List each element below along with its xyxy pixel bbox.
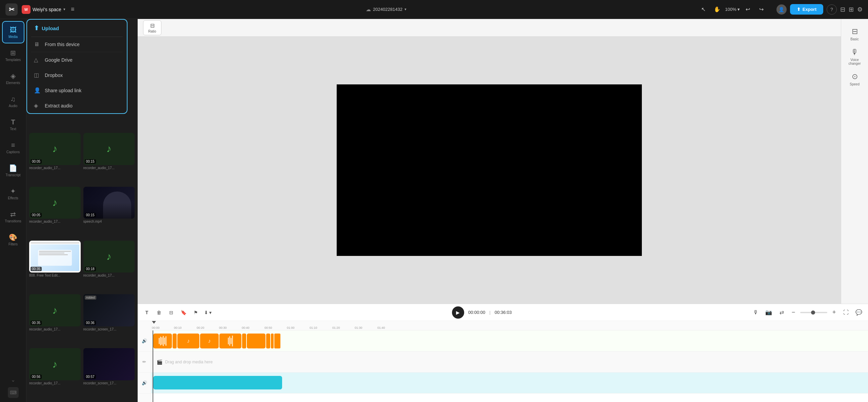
transitions-icon: ⇄ — [10, 210, 16, 218]
zoom-plus-button[interactable]: + — [830, 308, 838, 317]
upload-option-from-device[interactable]: 🖥 From this device — [27, 37, 127, 52]
chat-button[interactable]: 💬 — [854, 307, 864, 318]
cam-record-button[interactable]: 📷 — [764, 307, 774, 318]
timeline-download-button[interactable]: ⬇ ▾ — [203, 307, 213, 318]
pointer-tool[interactable]: ↖ — [698, 4, 709, 15]
upload-option-google-drive[interactable]: △ Google Drive — [27, 52, 127, 67]
audio-clip[interactable] — [274, 334, 280, 348]
upload-option-extract-audio[interactable]: ◈ Extract audio — [27, 98, 127, 113]
ratio-button[interactable]: ⊟ Ratio — [143, 20, 161, 35]
project-name: 202402281432 — [373, 7, 402, 12]
sidebar-item-filters[interactable]: 🎨 Filters — [2, 228, 24, 251]
export-label: Export — [803, 7, 816, 12]
transcript-label: Transcript — [5, 173, 20, 177]
keyboard-shortcut-icon[interactable]: ⌨ — [8, 387, 19, 398]
project-name-area[interactable]: ☁ 202402281432 ▾ — [366, 6, 407, 13]
list-item[interactable]: ♪ 00:18 recorder_audio_17... — [83, 241, 135, 292]
right-panel-speed[interactable]: ⊙ Speed — [843, 69, 866, 89]
ratio-icon: ⊟ — [150, 22, 155, 29]
sidebar-item-audio[interactable]: ♫ Audio — [2, 90, 24, 113]
list-item[interactable]: ♪ 00:05 recorder_audio_17... — [29, 187, 81, 238]
audio-clip[interactable] — [247, 334, 265, 348]
cut-tool-button[interactable]: ⇄ — [776, 307, 787, 318]
fullscreen-button[interactable]: ⛶ — [841, 307, 851, 318]
hand-tool[interactable]: ✋ — [712, 4, 723, 15]
voice-changer-icon: 🎙 — [851, 48, 859, 57]
undo-button[interactable]: ↩ — [743, 4, 753, 15]
sidebar-item-templates[interactable]: ⊞ Templates — [2, 44, 24, 66]
timeline-bookmark-button[interactable]: 🔖 — [178, 307, 189, 318]
list-item[interactable]: ♪ 00:15 recorder_audio_17... — [83, 133, 135, 184]
list-item[interactable]: 00:35 808. Free Text Edit... — [29, 241, 81, 292]
dropbox-label: Dropbox — [45, 73, 63, 78]
audio-clip[interactable] — [153, 334, 172, 348]
effects-label: Effects — [8, 196, 18, 200]
sidebar-item-effects[interactable]: ✦ Effects — [2, 182, 24, 205]
sidebar-item-media[interactable]: 🖼 Media — [2, 21, 24, 43]
workspace-chevron-icon: ▾ — [63, 7, 65, 12]
list-item[interactable]: 00:57 recorder_screen_17... — [83, 348, 135, 399]
media-grid: ♪ 00:05 recorder_audio_17... ♪ 00:15 rec… — [26, 130, 137, 402]
timeline-split-button[interactable]: ⊟ — [166, 307, 176, 318]
video-track-icon: 🔊 — [142, 380, 147, 385]
timeline-text-tool[interactable]: T — [142, 307, 152, 318]
list-item[interactable]: ♪ 00:35 recorder_audio_17... — [29, 294, 81, 345]
mic-record-button[interactable]: 🎙 — [751, 307, 761, 318]
sidebar-item-transitions[interactable]: ⇄ Transitions — [2, 205, 24, 228]
time-separator: | — [489, 310, 490, 315]
zoom-control[interactable]: 100%▾ — [725, 7, 740, 12]
zoom-thumb[interactable] — [811, 310, 815, 315]
timeline-flag-button[interactable]: ⚑ — [191, 307, 201, 318]
sidebar-item-transcript[interactable]: 📄 Transcript — [2, 159, 24, 182]
timeline-trash-button[interactable]: 🗑 — [154, 307, 164, 318]
audio-clip[interactable] — [266, 334, 270, 348]
right-panel-voice-changer[interactable]: 🎙 Voice changer — [843, 45, 866, 68]
sidebar-item-elements[interactable]: ◈ Elements — [2, 67, 24, 89]
speed-icon: ⊙ — [852, 72, 858, 81]
help-icon[interactable]: ? — [827, 4, 837, 15]
ratio-label: Ratio — [148, 29, 156, 33]
audio-clip[interactable] — [242, 334, 246, 348]
redo-button[interactable]: ↪ — [756, 4, 767, 15]
audio-clip[interactable]: ♪ — [200, 334, 219, 348]
transitions-label: Transitions — [5, 219, 21, 223]
captions-label: Captions — [6, 150, 20, 154]
google-drive-icon: △ — [34, 57, 41, 63]
avatar-button[interactable]: 👤 — [776, 4, 787, 15]
list-item[interactable]: ♪ 00:56 recorder_audio_17... — [29, 348, 81, 399]
audio-clip[interactable] — [219, 334, 241, 348]
upload-header[interactable]: ⬆ Upload — [27, 20, 127, 37]
cloud-icon: ☁ — [366, 6, 371, 13]
sidebar-item-captions[interactable]: ≡ Captions — [2, 136, 24, 159]
audio-clip[interactable] — [271, 334, 274, 348]
extract-audio-icon: ◈ — [34, 102, 41, 109]
drop-zone-row[interactable]: 🎬 Drag and drop media here — [151, 351, 868, 373]
topbar-menu-icon[interactable]: ≡ — [71, 6, 75, 13]
audio-track-row: ♪ ♪ — [151, 330, 868, 351]
elements-icon: ◈ — [11, 72, 16, 80]
list-item[interactable]: ♪ 00:05 recorder_audio_17... — [29, 133, 81, 184]
upload-option-dropbox[interactable]: ◫ Dropbox — [27, 67, 127, 83]
sidebar-item-text[interactable]: T Text — [2, 113, 24, 136]
export-button[interactable]: ⬆ Export — [790, 4, 823, 15]
workspace-icon: W — [22, 5, 31, 14]
workspace-selector[interactable]: W Weiyi's space ▾ — [22, 5, 65, 14]
drop-zone-text: Drag and drop media here — [165, 360, 213, 364]
pen-track-icon: ✏ — [142, 359, 146, 364]
sidebar-chevron[interactable]: ⌄ — [11, 377, 15, 383]
upload-option-share-link[interactable]: 👤 Share upload link — [27, 83, 127, 98]
audio-clip[interactable] — [173, 334, 177, 348]
panel-toggle-icon[interactable]: ⊟ — [840, 6, 845, 13]
list-item[interactable]: 00:15 speech.mp4 — [83, 187, 135, 238]
split-view-icon[interactable]: ⊞ — [849, 6, 854, 13]
settings-icon[interactable]: ⚙ — [857, 6, 863, 13]
play-button[interactable]: ▶ — [452, 306, 464, 319]
captions-icon: ≡ — [11, 141, 15, 149]
zoom-minus-button[interactable]: − — [789, 308, 797, 317]
list-item[interactable]: Added 00:36 recorder_screen_17... — [83, 294, 135, 345]
voice-changer-label: Voice changer — [846, 58, 864, 65]
panel-resize-handle[interactable] — [136, 19, 137, 402]
right-panel-basic[interactable]: ⊟ Basic — [843, 24, 866, 44]
audio-clip[interactable]: ♪ — [177, 334, 199, 348]
video-clip[interactable] — [153, 376, 282, 389]
